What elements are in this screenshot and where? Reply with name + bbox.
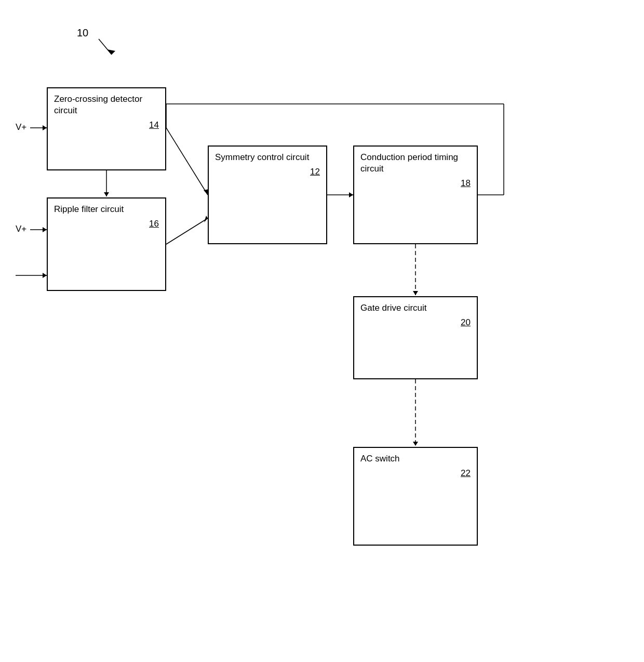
svg-marker-6 — [104, 192, 109, 196]
symmetry-control-block: Symmetry control circuit 12 — [208, 145, 327, 244]
gate-drive-label: Gate drive circuit — [360, 302, 471, 314]
symmetry-control-label: Symmetry control circuit — [215, 152, 320, 163]
svg-text:V+: V+ — [16, 122, 26, 132]
svg-marker-11 — [43, 273, 47, 278]
symmetry-control-number: 12 — [215, 166, 320, 178]
ripple-filter-number: 16 — [54, 218, 159, 230]
svg-text:V+: V+ — [16, 224, 26, 234]
gate-drive-number: 20 — [360, 317, 471, 328]
svg-marker-17 — [349, 192, 353, 197]
svg-marker-4 — [43, 125, 47, 130]
gate-drive-block: Gate drive circuit 20 — [353, 296, 478, 379]
svg-marker-1 — [107, 49, 115, 55]
conduction-timing-label: Conduction period timing circuit — [360, 152, 471, 175]
circuit-diagram: 10 V+ V+ — [0, 0, 644, 662]
conduction-timing-number: 18 — [360, 178, 471, 189]
svg-marker-9 — [43, 227, 47, 232]
svg-line-14 — [166, 218, 208, 244]
conduction-timing-block: Conduction period timing circuit 18 — [353, 145, 478, 244]
zero-crossing-label: Zero-crossing detector circuit — [54, 94, 159, 116]
ac-switch-label: AC switch — [360, 453, 471, 465]
svg-marker-21 — [413, 442, 418, 446]
zero-crossing-block: Zero-crossing detector circuit 14 — [47, 87, 166, 170]
ac-switch-number: 22 — [360, 468, 471, 479]
zero-crossing-number: 14 — [54, 120, 159, 131]
svg-line-12 — [166, 128, 208, 195]
ripple-filter-label: Ripple filter circuit — [54, 204, 159, 215]
svg-marker-19 — [413, 291, 418, 295]
ac-switch-block: AC switch 22 — [353, 447, 478, 546]
ripple-filter-block: Ripple filter circuit 16 — [47, 197, 166, 291]
